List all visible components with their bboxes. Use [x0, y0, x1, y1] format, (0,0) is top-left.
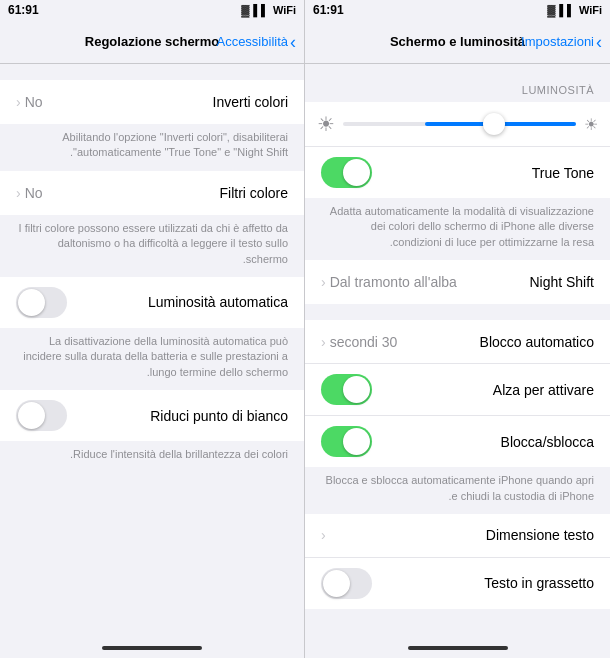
toggle-riduci[interactable]	[16, 400, 67, 431]
toggle-luminosita[interactable]	[16, 287, 67, 318]
brightness-slider-row: ☀ ☀	[305, 102, 610, 147]
cell-value-inverti: No ‹	[16, 94, 43, 110]
nav-bar-left: › Accessibilità Regolazione schermo	[0, 20, 304, 64]
home-bar-left	[102, 646, 202, 650]
left-panel: ▓ ▌▌ WiFi 61:91 › Accessibilità Regolazi…	[0, 0, 305, 658]
desc-blocca-sblocca: Blocca e sblocca automaticamente iPhone …	[305, 467, 610, 514]
back-arrow-icon-right: ›	[596, 33, 602, 51]
cell-dimensione-testo[interactable]: Dimensione testo ‹	[305, 514, 610, 558]
right-panel: ▓ ▌▌ WiFi 61:91 › Impostazioni Schermo e…	[305, 0, 610, 658]
battery-icon: ▓	[241, 4, 249, 16]
signal-icon-right: ▌▌	[559, 4, 575, 16]
content-right: LUMINOSITÀ ☀ ☀ True Tone Adatta automati…	[305, 64, 610, 638]
nav-back-right[interactable]: › Impostazioni	[521, 33, 602, 51]
toggle-knob-true-tone	[343, 159, 370, 186]
toggle-true-tone[interactable]	[321, 157, 372, 188]
toggle-alza[interactable]	[321, 374, 372, 405]
home-indicator-left	[0, 638, 304, 658]
toggle-knob-blocca-sblocca	[343, 428, 370, 455]
signal-icon: ▌▌	[253, 4, 269, 16]
nav-back-left[interactable]: › Accessibilità	[216, 33, 296, 51]
blocco-auto-value-text: 30 secondi	[330, 334, 398, 350]
nav-bar-right: › Impostazioni Schermo e luminosità	[305, 20, 610, 64]
group-night-shift: Night Shift Dal tramonto all'alba ‹	[305, 260, 610, 304]
cell-label-blocca-sblocca: Blocca/sblocca	[501, 434, 594, 450]
cell-label-grassetto: Testo in grassetto	[484, 575, 594, 591]
status-bar-left: ▓ ▌▌ WiFi 61:91	[0, 0, 304, 20]
filtri-value-text: No	[25, 185, 43, 201]
group-true-tone: True Tone	[305, 147, 610, 198]
cell-value-night-shift: Dal tramonto all'alba ‹	[321, 274, 457, 290]
nav-back-label-right[interactable]: Impostazioni	[521, 34, 594, 49]
cell-riduci-bianco[interactable]: Riduci punto di bianco	[0, 390, 304, 441]
desc-true-tone: Adatta automaticamente la modalità di vi…	[305, 198, 610, 260]
cell-blocco-automatico[interactable]: Blocco automatico 30 secondi ‹	[305, 320, 610, 364]
desc-luminosita: La disattivazione della luminosità autom…	[0, 328, 304, 390]
chevron-icon-blocco-auto: ‹	[321, 334, 326, 350]
nav-title-left: Regolazione schermo	[85, 34, 219, 49]
group-blocco: Blocco automatico 30 secondi ‹ Alza per …	[305, 320, 610, 467]
cell-label-luminosita: Luminosità automatica	[148, 294, 288, 310]
toggle-grassetto[interactable]	[321, 568, 372, 599]
desc-riduci: Riduce l'intensità della brillantezza de…	[0, 441, 304, 472]
nav-back-label-left[interactable]: Accessibilità	[216, 34, 288, 49]
group-riduci: Riduci punto di bianco	[0, 390, 304, 441]
luminosity-header: LUMINOSITÀ	[305, 70, 610, 102]
cell-label-dimensione: Dimensione testo	[486, 527, 594, 543]
home-bar-right	[408, 646, 508, 650]
cell-filtri-colore[interactable]: Filtri colore No ‹	[0, 171, 304, 215]
status-icons-right: ▓ ▌▌ WiFi	[547, 4, 602, 16]
toggle-knob-grassetto	[323, 570, 350, 597]
luminosity-section: LUMINOSITÀ ☀ ☀	[305, 64, 610, 147]
cell-label-filtri: Filtri colore	[220, 185, 288, 201]
chevron-icon-inverti: ‹	[16, 94, 21, 110]
inverti-value-text: No	[25, 94, 43, 110]
cell-luminosita-auto[interactable]: Luminosità automatica	[0, 277, 304, 328]
cell-value-blocco-auto: 30 secondi ‹	[321, 334, 397, 350]
group-inverti: Inverti colori No ‹	[0, 80, 304, 124]
toggle-knob-riduci	[18, 402, 45, 429]
status-time-right: 61:91	[313, 3, 344, 17]
cell-label-night-shift: Night Shift	[529, 274, 594, 290]
status-bar-right: ▓ ▌▌ WiFi 61:91	[305, 0, 610, 20]
cell-true-tone[interactable]: True Tone	[305, 147, 610, 198]
battery-icon-right: ▓	[547, 4, 555, 16]
toggle-knob-alza	[343, 376, 370, 403]
group-testo: Dimensione testo ‹ Testo in grassetto	[305, 514, 610, 609]
wifi-icon-right: WiFi	[579, 4, 602, 16]
toggle-knob-luminosita	[18, 289, 45, 316]
cell-label-blocco-auto: Blocco automatico	[480, 334, 594, 350]
brightness-low-icon: ☀	[584, 115, 598, 134]
cell-night-shift[interactable]: Night Shift Dal tramonto all'alba ‹	[305, 260, 610, 304]
status-icons-left: ▓ ▌▌ WiFi	[241, 4, 296, 16]
content-left: Inverti colori No ‹ Abilitando l'opzione…	[0, 64, 304, 638]
brightness-slider-thumb[interactable]	[483, 113, 505, 135]
cell-inverti-colori[interactable]: Inverti colori No ‹	[0, 80, 304, 124]
chevron-icon-night-shift: ‹	[321, 274, 326, 290]
back-arrow-icon-left: ›	[290, 33, 296, 51]
group-filtri: Filtri colore No ‹	[0, 171, 304, 215]
home-indicator-right	[305, 638, 610, 658]
nav-title-right: Schermo e luminosità	[390, 34, 525, 49]
cell-label-inverti: Inverti colori	[213, 94, 288, 110]
chevron-icon-dimensione: ‹	[321, 527, 326, 543]
wifi-icon: WiFi	[273, 4, 296, 16]
cell-label-true-tone: True Tone	[532, 165, 594, 181]
cell-label-riduci: Riduci punto di bianco	[150, 408, 288, 424]
cell-blocca-sblocca[interactable]: Blocca/sblocca	[305, 416, 610, 467]
desc-inverti: Abilitando l'opzione "Inverti colori", d…	[0, 124, 304, 171]
cell-value-dimensione: ‹	[321, 527, 326, 543]
cell-alza-attivare[interactable]: Alza per attivare	[305, 364, 610, 416]
group-luminosita: Luminosità automatica	[0, 277, 304, 328]
cell-label-alza: Alza per attivare	[493, 382, 594, 398]
cell-testo-grassetto[interactable]: Testo in grassetto	[305, 558, 610, 609]
night-shift-value-text: Dal tramonto all'alba	[330, 274, 457, 290]
chevron-icon-filtri: ‹	[16, 185, 21, 201]
status-time-left: 61:91	[8, 3, 39, 17]
desc-filtri: I filtri colore possono essere utilizzat…	[0, 215, 304, 277]
cell-value-filtri: No ‹	[16, 185, 43, 201]
toggle-blocca-sblocca[interactable]	[321, 426, 372, 457]
brightness-high-icon: ☀	[317, 112, 335, 136]
brightness-slider-track[interactable]	[343, 122, 576, 126]
